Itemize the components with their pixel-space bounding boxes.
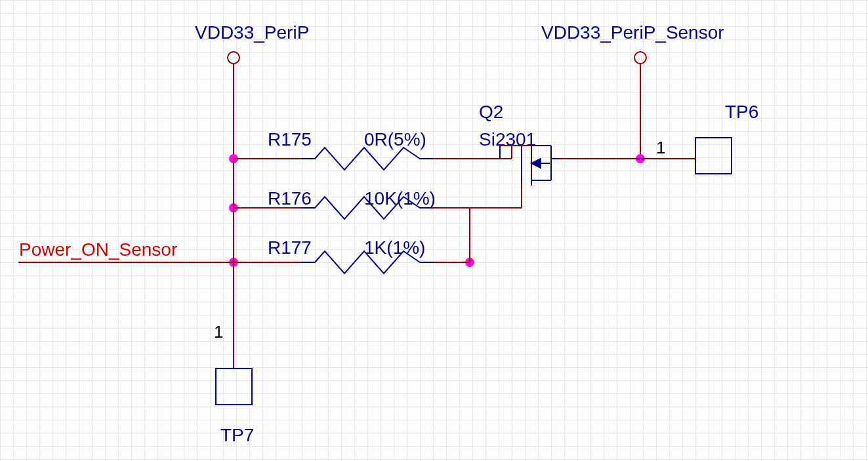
testpoint-icon (216, 369, 252, 405)
resistor-icon (302, 148, 433, 170)
power-port-vdd33-perip-sensor-icon (634, 52, 646, 159)
power-port-vdd33-perip-icon (228, 52, 239, 159)
schematic-canvas (0, 0, 868, 461)
svg-marker-26 (531, 159, 541, 168)
resistor-icon (302, 251, 433, 273)
svg-point-0 (228, 52, 239, 64)
wires (18, 159, 695, 369)
resistor-icon (302, 197, 433, 219)
svg-point-2 (634, 52, 646, 64)
mosfet-icon (486, 141, 558, 186)
testpoint-icon (695, 138, 732, 174)
